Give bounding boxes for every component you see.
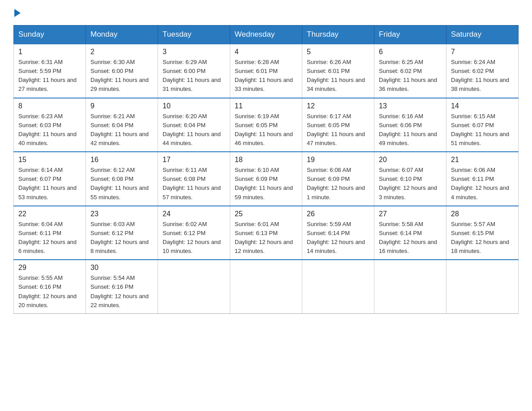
calendar-day-cell: 11 Sunrise: 6:19 AMSunset: 6:05 PMDaylig… xyxy=(230,98,302,152)
calendar-day-cell: 8 Sunrise: 6:23 AMSunset: 6:03 PMDayligh… xyxy=(14,98,86,152)
calendar-day-cell: 19 Sunrise: 6:08 AMSunset: 6:09 PMDaylig… xyxy=(302,152,374,206)
day-number: 19 xyxy=(307,156,369,164)
day-info: Sunrise: 6:17 AMSunset: 6:05 PMDaylight:… xyxy=(307,113,365,146)
calendar-day-cell: 12 Sunrise: 6:17 AMSunset: 6:05 PMDaylig… xyxy=(302,98,374,152)
calendar-day-cell: 27 Sunrise: 5:58 AMSunset: 6:14 PMDaylig… xyxy=(374,206,446,260)
calendar-day-cell: 23 Sunrise: 6:03 AMSunset: 6:12 PMDaylig… xyxy=(86,206,158,260)
day-info: Sunrise: 5:59 AMSunset: 6:14 PMDaylight:… xyxy=(307,221,365,254)
calendar-week-row: 1 Sunrise: 6:31 AMSunset: 5:59 PMDayligh… xyxy=(14,44,519,98)
day-number: 10 xyxy=(163,102,225,110)
day-info: Sunrise: 6:11 AMSunset: 6:08 PMDaylight:… xyxy=(163,167,221,200)
calendar-day-header: Tuesday xyxy=(158,26,230,44)
calendar-day-cell: 21 Sunrise: 6:06 AMSunset: 6:11 PMDaylig… xyxy=(446,152,519,206)
day-number: 24 xyxy=(163,210,225,218)
day-info: Sunrise: 6:14 AMSunset: 6:07 PMDaylight:… xyxy=(18,167,77,200)
day-info: Sunrise: 6:10 AMSunset: 6:09 PMDaylight:… xyxy=(235,167,293,200)
day-number: 21 xyxy=(451,156,514,164)
calendar-day-cell: 17 Sunrise: 6:11 AMSunset: 6:08 PMDaylig… xyxy=(158,152,230,206)
calendar-week-row: 8 Sunrise: 6:23 AMSunset: 6:03 PMDayligh… xyxy=(14,98,519,152)
calendar-day-cell: 14 Sunrise: 6:15 AMSunset: 6:07 PMDaylig… xyxy=(446,98,519,152)
calendar-day-cell: 24 Sunrise: 6:02 AMSunset: 6:12 PMDaylig… xyxy=(158,206,230,260)
calendar-header-row: SundayMondayTuesdayWednesdayThursdayFrid… xyxy=(14,26,519,44)
calendar-week-row: 15 Sunrise: 6:14 AMSunset: 6:07 PMDaylig… xyxy=(14,152,519,206)
day-number: 27 xyxy=(379,210,442,218)
day-number: 30 xyxy=(90,264,153,272)
logo-triangle-icon xyxy=(14,9,21,17)
day-info: Sunrise: 5:54 AMSunset: 6:16 PMDaylight:… xyxy=(90,274,149,308)
day-number: 4 xyxy=(235,48,297,56)
day-info: Sunrise: 6:02 AMSunset: 6:12 PMDaylight:… xyxy=(163,221,221,254)
day-info: Sunrise: 6:31 AMSunset: 5:59 PMDaylight:… xyxy=(18,59,77,92)
day-info: Sunrise: 6:25 AMSunset: 6:02 PMDaylight:… xyxy=(379,59,437,92)
calendar-day-header: Wednesday xyxy=(230,26,302,44)
day-info: Sunrise: 6:29 AMSunset: 6:00 PMDaylight:… xyxy=(163,59,221,92)
day-info: Sunrise: 6:07 AMSunset: 6:10 PMDaylight:… xyxy=(379,167,437,200)
calendar-day-cell: 29 Sunrise: 5:55 AMSunset: 6:16 PMDaylig… xyxy=(14,260,86,313)
day-info: Sunrise: 6:08 AMSunset: 6:09 PMDaylight:… xyxy=(307,167,365,200)
calendar-table: SundayMondayTuesdayWednesdayThursdayFrid… xyxy=(13,25,519,314)
day-info: Sunrise: 5:55 AMSunset: 6:16 PMDaylight:… xyxy=(18,274,77,308)
day-number: 1 xyxy=(18,48,81,56)
calendar-day-cell xyxy=(446,260,519,313)
calendar-day-cell xyxy=(302,260,374,313)
day-number: 17 xyxy=(163,156,225,164)
day-info: Sunrise: 6:23 AMSunset: 6:03 PMDaylight:… xyxy=(18,113,77,146)
calendar-day-cell xyxy=(374,260,446,313)
calendar-day-cell: 30 Sunrise: 5:54 AMSunset: 6:16 PMDaylig… xyxy=(86,260,158,313)
day-number: 15 xyxy=(18,156,81,164)
calendar-day-cell: 26 Sunrise: 5:59 AMSunset: 6:14 PMDaylig… xyxy=(302,206,374,260)
calendar-day-cell: 10 Sunrise: 6:20 AMSunset: 6:04 PMDaylig… xyxy=(158,98,230,152)
calendar-day-cell: 25 Sunrise: 6:01 AMSunset: 6:13 PMDaylig… xyxy=(230,206,302,260)
calendar-day-header: Saturday xyxy=(446,26,519,44)
day-info: Sunrise: 5:58 AMSunset: 6:14 PMDaylight:… xyxy=(379,221,437,254)
calendar-day-cell: 3 Sunrise: 6:29 AMSunset: 6:00 PMDayligh… xyxy=(158,44,230,98)
day-info: Sunrise: 6:04 AMSunset: 6:11 PMDaylight:… xyxy=(18,221,77,254)
calendar-day-cell: 28 Sunrise: 5:57 AMSunset: 6:15 PMDaylig… xyxy=(446,206,519,260)
calendar-day-cell: 20 Sunrise: 6:07 AMSunset: 6:10 PMDaylig… xyxy=(374,152,446,206)
day-number: 8 xyxy=(18,102,81,110)
calendar-day-cell: 1 Sunrise: 6:31 AMSunset: 5:59 PMDayligh… xyxy=(14,44,86,98)
calendar-day-cell: 15 Sunrise: 6:14 AMSunset: 6:07 PMDaylig… xyxy=(14,152,86,206)
calendar-day-cell: 2 Sunrise: 6:30 AMSunset: 6:00 PMDayligh… xyxy=(86,44,158,98)
calendar-day-cell: 9 Sunrise: 6:21 AMSunset: 6:04 PMDayligh… xyxy=(86,98,158,152)
day-number: 14 xyxy=(451,102,514,110)
calendar-day-cell xyxy=(230,260,302,313)
day-info: Sunrise: 6:06 AMSunset: 6:11 PMDaylight:… xyxy=(451,167,509,200)
day-info: Sunrise: 6:01 AMSunset: 6:13 PMDaylight:… xyxy=(235,221,293,254)
calendar-week-row: 22 Sunrise: 6:04 AMSunset: 6:11 PMDaylig… xyxy=(14,206,519,260)
day-number: 22 xyxy=(18,210,81,218)
calendar-day-cell: 18 Sunrise: 6:10 AMSunset: 6:09 PMDaylig… xyxy=(230,152,302,206)
day-info: Sunrise: 6:28 AMSunset: 6:01 PMDaylight:… xyxy=(235,59,293,92)
day-number: 18 xyxy=(235,156,297,164)
calendar-day-header: Sunday xyxy=(14,26,86,44)
day-number: 13 xyxy=(379,102,442,110)
calendar-day-header: Monday xyxy=(86,26,158,44)
calendar-day-cell: 5 Sunrise: 6:26 AMSunset: 6:01 PMDayligh… xyxy=(302,44,374,98)
calendar-day-cell: 16 Sunrise: 6:12 AMSunset: 6:08 PMDaylig… xyxy=(86,152,158,206)
day-info: Sunrise: 6:21 AMSunset: 6:04 PMDaylight:… xyxy=(90,113,149,146)
logo xyxy=(13,9,21,17)
day-info: Sunrise: 6:20 AMSunset: 6:04 PMDaylight:… xyxy=(163,113,221,146)
day-number: 26 xyxy=(307,210,369,218)
day-number: 9 xyxy=(90,102,153,110)
day-number: 29 xyxy=(18,264,81,272)
calendar-day-cell: 6 Sunrise: 6:25 AMSunset: 6:02 PMDayligh… xyxy=(374,44,446,98)
calendar-day-header: Thursday xyxy=(302,26,374,44)
day-info: Sunrise: 6:15 AMSunset: 6:07 PMDaylight:… xyxy=(451,113,509,146)
calendar-day-cell: 7 Sunrise: 6:24 AMSunset: 6:02 PMDayligh… xyxy=(446,44,519,98)
day-info: Sunrise: 6:16 AMSunset: 6:06 PMDaylight:… xyxy=(379,113,437,146)
day-number: 6 xyxy=(379,48,442,56)
day-info: Sunrise: 6:19 AMSunset: 6:05 PMDaylight:… xyxy=(235,113,293,146)
day-number: 16 xyxy=(90,156,153,164)
day-number: 25 xyxy=(235,210,297,218)
day-number: 7 xyxy=(451,48,514,56)
day-info: Sunrise: 5:57 AMSunset: 6:15 PMDaylight:… xyxy=(451,221,509,254)
day-info: Sunrise: 6:03 AMSunset: 6:12 PMDaylight:… xyxy=(90,221,149,254)
day-number: 5 xyxy=(307,48,369,56)
day-number: 23 xyxy=(90,210,153,218)
header xyxy=(13,9,519,17)
calendar-week-row: 29 Sunrise: 5:55 AMSunset: 6:16 PMDaylig… xyxy=(14,260,519,313)
day-info: Sunrise: 6:24 AMSunset: 6:02 PMDaylight:… xyxy=(451,59,509,92)
calendar-day-cell: 13 Sunrise: 6:16 AMSunset: 6:06 PMDaylig… xyxy=(374,98,446,152)
day-number: 2 xyxy=(90,48,153,56)
